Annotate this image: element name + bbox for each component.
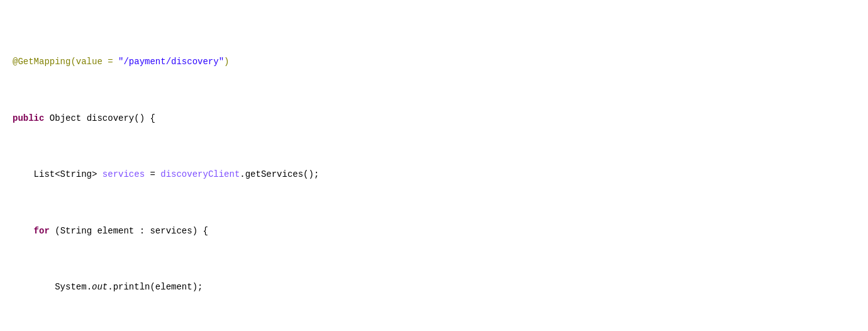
code-line-1: @GetMapping(value = "/payment/discovery"… [13, 55, 855, 69]
list-string: List<String> services = discoveryClient.… [34, 169, 320, 179]
sysout-1: System.out.println(element); [55, 282, 203, 292]
annotation-1: @GetMapping(value = "/payment/discovery"… [13, 57, 229, 67]
for-params-1: (String element : services) { [55, 226, 208, 236]
type-object: Object discovery() { [50, 113, 155, 123]
code-line-3: List<String> services = discoveryClient.… [13, 167, 855, 181]
code-line-2: public Object discovery() { [13, 111, 855, 125]
code-line-5: System.out.println(element); [13, 280, 855, 294]
keyword-public-1: public [13, 113, 44, 123]
string-1: "/payment/discovery" [118, 57, 224, 67]
discovery-client-1: discoveryClient [160, 169, 240, 179]
code-editor: @GetMapping(value = "/payment/discovery"… [13, 6, 855, 331]
keyword-for-1: for [34, 226, 50, 236]
code-line-4: for (String element : services) { [13, 224, 855, 238]
